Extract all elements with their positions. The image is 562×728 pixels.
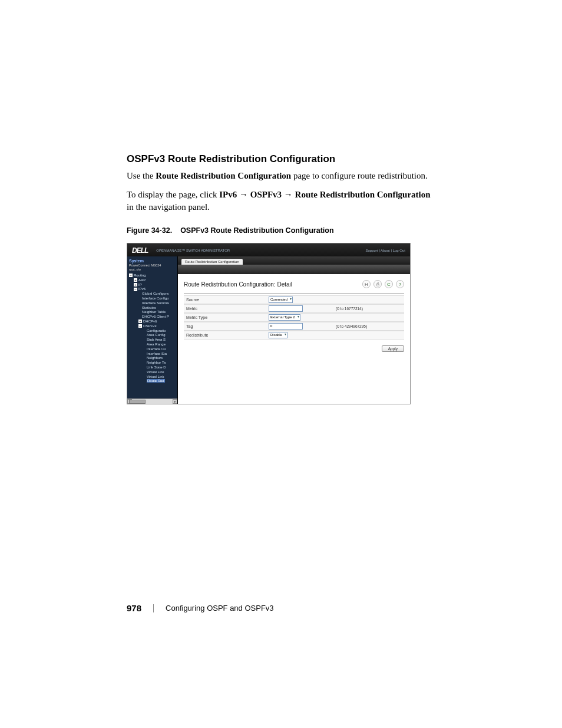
metric-hint: (0 to 16777214) <box>333 307 363 311</box>
tree-expand-icon[interactable]: + <box>138 319 142 323</box>
tree-item[interactable]: DHCPv6 Client P <box>142 315 169 318</box>
tree-item[interactable]: IP <box>138 283 142 286</box>
metric-label: Metric <box>184 307 269 311</box>
form-row-metric: Metric (0 to 16777214) <box>184 304 404 313</box>
horizontal-scrollbar[interactable]: ◂ ▸ <box>127 398 177 404</box>
chapter-title: Configuring OSPF and OSPFv3 <box>166 604 274 612</box>
system-label: System <box>129 259 177 263</box>
save-icon[interactable]: H <box>362 280 371 288</box>
tree-expand-icon[interactable]: + <box>134 283 137 286</box>
help-icon[interactable]: ? <box>396 280 404 288</box>
text-strong: Route Redistribution Configuration <box>156 171 291 180</box>
header-left: DELL OPENMANAGE™ SWITCH ADMINISTRATOR <box>132 246 230 255</box>
source-label: Source <box>184 298 269 302</box>
tree-collapse-icon[interactable]: − <box>129 274 133 277</box>
panel-header: Route Redistribution Configuration: Deta… <box>178 274 410 291</box>
panel-title: Route Redistribution Configuration: Deta… <box>184 281 292 288</box>
tag-input[interactable]: 0 <box>269 323 303 330</box>
tree-item[interactable]: OSPFv3 <box>143 324 157 328</box>
form-actions: Apply <box>178 340 410 352</box>
scroll-right-icon[interactable]: ▸ <box>173 399 177 404</box>
document-page: OSPFv3 Route Redistribution Configuratio… <box>0 0 562 728</box>
form-row-source: Source Connected <box>184 295 404 304</box>
tree-item[interactable]: Interface Summa <box>142 301 169 305</box>
toolbar-icons: H ⎙ C ? <box>362 280 404 288</box>
tab-bar: Route Redistribution Configuration <box>178 256 410 265</box>
tree-item[interactable]: Routing <box>134 274 146 277</box>
dell-logo: DELL <box>132 246 148 255</box>
paragraph-1: Use the Route Redistribution Configurati… <box>127 170 435 182</box>
source-select[interactable]: Connected <box>269 297 293 303</box>
text: To display the page, click <box>127 190 219 199</box>
arrow-icon: → <box>239 189 248 199</box>
footer-divider <box>153 604 154 612</box>
print-icon[interactable]: ⎙ <box>373 280 382 288</box>
section-heading: OSPFv3 Route Redistribution Configuratio… <box>127 153 435 165</box>
tree-item[interactable]: Stub Area S <box>147 338 166 341</box>
figure-caption: Figure 34-32.OSPFv3 Route Redistribution… <box>127 226 435 235</box>
form-row-redistribute: Redistribute Disable <box>184 331 404 340</box>
tree-item[interactable]: ARP <box>138 278 146 282</box>
text-strong: IPv6 <box>219 190 237 199</box>
user-label: root, r/w <box>129 268 177 271</box>
metric-input[interactable] <box>269 305 303 312</box>
tree-item[interactable]: Interface Co <box>147 347 166 351</box>
screenshot-figure: DELL OPENMANAGE™ SWITCH ADMINISTRATOR Su… <box>127 243 411 404</box>
app-header: DELL OPENMANAGE™ SWITCH ADMINISTRATOR Su… <box>127 243 410 256</box>
tree-item[interactable]: Virtual Link <box>147 370 164 374</box>
tree-item[interactable]: Statistics <box>142 306 156 309</box>
text-strong: OSPFv3 <box>250 190 282 199</box>
redistribute-label: Redistribute <box>184 333 269 337</box>
header-links[interactable]: Support | About | Log Out <box>366 249 406 252</box>
text: Use the <box>127 171 156 180</box>
figure-title: OSPFv3 Route Redistribution Configuratio… <box>180 226 333 235</box>
text: page to configure route redistribution. <box>291 171 428 180</box>
tree-item[interactable]: Neighbor Ta <box>147 361 166 364</box>
text-strong: Route Redistribution Configuration <box>295 190 431 199</box>
app-suite-name: OPENMANAGE™ SWITCH ADMINISTRATOR <box>156 249 230 252</box>
form-row-tag: Tag 0 (0 to 4294967295) <box>184 322 404 331</box>
tree-collapse-icon[interactable]: − <box>134 288 137 291</box>
tree-item-selected[interactable]: Route Red <box>147 379 165 383</box>
apply-button[interactable]: Apply <box>382 345 404 352</box>
nav-sidebar[interactable]: System PowerConnect M6024 root, r/w −Rou… <box>127 256 178 404</box>
form-row-metric-type: Metric Type External Type 2 <box>184 313 404 322</box>
app-body: System PowerConnect M6024 root, r/w −Rou… <box>127 256 410 404</box>
metric-type-select[interactable]: External Type 2 <box>269 314 300 321</box>
page-footer: 978 Configuring OSPF and OSPFv3 <box>127 603 274 613</box>
tree-item[interactable]: Neighbor Table <box>142 310 166 314</box>
tree-item[interactable]: Virtual Link <box>147 375 164 378</box>
tree-item[interactable]: Neighbors <box>147 356 163 360</box>
title-bar <box>178 265 410 274</box>
redistribute-select[interactable]: Disable <box>269 332 287 338</box>
tree-item[interactable]: Link State D <box>147 365 166 369</box>
tree-item[interactable]: Area Config <box>147 333 166 337</box>
paragraph-2: To display the page, click IPv6 → OSPFv3… <box>127 188 435 213</box>
nav-tree[interactable]: −Routing +ARP +IP −IPv6 Global Configura… <box>129 274 177 384</box>
page-number: 978 <box>127 603 141 613</box>
tree-item[interactable]: Configuratio <box>147 329 166 332</box>
tree-item[interactable]: Global Configura <box>142 292 168 295</box>
active-tab[interactable]: Route Redistribution Configuration <box>181 259 243 265</box>
text: in the navigation panel. <box>127 202 210 212</box>
refresh-icon[interactable]: C <box>385 280 393 288</box>
tree-item[interactable]: Interface Configu <box>142 297 169 300</box>
metric-type-label: Metric Type <box>184 315 269 319</box>
tree-item[interactable]: Area Range <box>147 342 166 346</box>
tag-label: Tag <box>184 324 269 328</box>
arrow-icon: → <box>284 189 293 199</box>
main-panel: Route Redistribution Configuration Route… <box>178 256 410 404</box>
scroll-thumb[interactable] <box>129 400 146 404</box>
tag-hint: (0 to 4294967295) <box>333 324 367 328</box>
tree-collapse-icon[interactable]: − <box>138 324 142 328</box>
figure-number: Figure 34-32. <box>127 226 172 235</box>
device-label: PowerConnect M6024 <box>129 263 177 267</box>
tree-item[interactable]: DHCPv6 <box>143 319 157 323</box>
config-form: Source Connected Metric (0 to 16777214) … <box>184 293 404 340</box>
tree-expand-icon[interactable]: + <box>134 278 137 282</box>
tree-item[interactable]: Interface Sta <box>147 352 167 355</box>
tree-item[interactable]: IPv6 <box>138 287 146 291</box>
